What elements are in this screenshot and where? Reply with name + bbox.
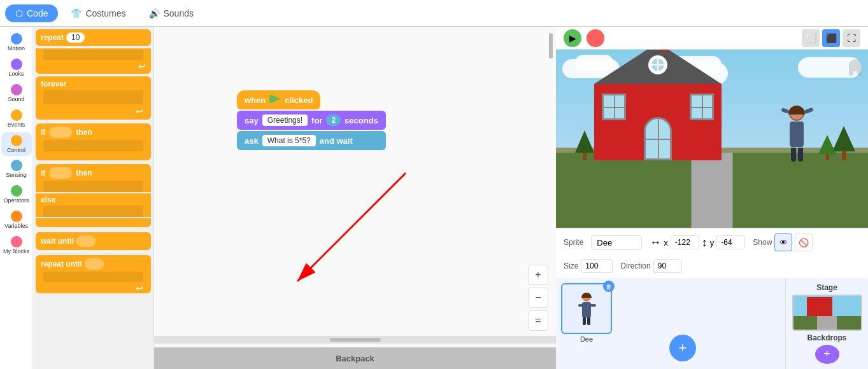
gable-window <box>648 55 667 74</box>
sprite-x-group: ↔ x ↕ y <box>650 235 745 249</box>
repeat-block[interactable]: repeat 10 <box>36 29 151 46</box>
add-backdrop-button[interactable]: + <box>815 345 839 364</box>
show-hidden-button[interactable]: 🚫 <box>795 233 813 251</box>
sidebar-item-events[interactable]: Events <box>1 107 32 131</box>
motion-dot <box>11 33 22 45</box>
then-label-2: then <box>76 169 92 178</box>
stage-controls: ▶ <box>564 29 604 47</box>
say-block[interactable]: say Greetings! for 2 seconds <box>237 111 386 130</box>
if-label: if <box>41 128 45 137</box>
operators-dot <box>11 185 22 197</box>
sound-label: Sound <box>8 97 24 103</box>
if-label-2: if <box>41 169 45 178</box>
zoom-out-button[interactable]: − <box>528 288 548 308</box>
red-stop-button[interactable] <box>587 29 604 47</box>
bottom-panels: 🗑 <box>556 278 868 369</box>
sprites-panel: 🗑 <box>556 278 785 369</box>
add-sprite-button[interactable]: + <box>669 335 696 361</box>
sidebar-item-sensing[interactable]: Sensing <box>1 157 32 181</box>
wait-until-label: wait until <box>41 237 74 246</box>
tab-costumes[interactable]: 👕 Costumes <box>60 4 136 22</box>
if-else-body <box>43 181 143 192</box>
if-block-1[interactable]: if then <box>36 123 151 160</box>
repeat-until-label: repeat until <box>41 260 82 268</box>
character-body <box>790 122 804 147</box>
say-value: Greetings! <box>262 115 308 126</box>
sidebar-item-myblocks[interactable]: My Blocks <box>1 233 32 258</box>
scroll-thumb <box>330 338 381 342</box>
tab-sounds[interactable]: 🔊 Sounds <box>139 4 204 22</box>
sidebar-item-looks[interactable]: Looks <box>1 56 32 80</box>
stage-thumbnail[interactable] <box>792 295 862 331</box>
green-flag-button[interactable]: ▶ <box>564 29 581 47</box>
if-footer-1 <box>41 153 146 160</box>
sidebar-item-motion[interactable]: Motion <box>1 31 32 55</box>
myblocks-label: My Blocks <box>3 249 29 255</box>
y-label: y <box>710 238 715 247</box>
house-body <box>594 84 722 160</box>
sidebar-item-sound[interactable]: Sound <box>1 81 32 106</box>
flag-icon <box>269 94 281 106</box>
variables-dot <box>11 211 22 222</box>
stage-panel: Stage Backdrops + <box>785 278 868 369</box>
operators-label: Operators <box>3 198 29 204</box>
if-else-block[interactable]: if then else <box>36 164 151 227</box>
character-hair <box>788 106 805 115</box>
sidebar-item-operators[interactable]: Operators <box>1 183 32 207</box>
wait-until-block[interactable]: wait until <box>36 232 151 250</box>
fullscreen-button[interactable]: ⛶ <box>843 29 860 47</box>
sidebar-item-control[interactable]: Control <box>1 132 32 157</box>
direction-group: Direction <box>620 259 681 273</box>
sprite-size-input[interactable] <box>581 259 613 273</box>
ask-label: ask <box>245 136 259 146</box>
sprite-direction-input[interactable] <box>653 259 682 273</box>
zoom-in-button[interactable]: + <box>528 265 548 285</box>
seconds-label: seconds <box>345 116 378 125</box>
blocks-panel: repeat 10 ↩ forever ↩ if then <box>33 27 154 369</box>
then-label-1: then <box>76 128 92 137</box>
motion-label: Motion <box>8 46 25 52</box>
sprite-y-input[interactable] <box>716 235 745 249</box>
small-stage-button[interactable]: ⬜ <box>802 29 820 47</box>
scroll-thumb-v <box>549 33 553 59</box>
tab-bar: ⬡ Code 👕 Costumes 🔊 Sounds <box>0 0 868 27</box>
clicked-label: clicked <box>285 95 313 105</box>
sprite-thumb-label: Dee <box>580 335 593 343</box>
sprite-x-input[interactable] <box>671 235 699 249</box>
sprite-name-input[interactable] <box>591 235 642 250</box>
chimney <box>660 50 669 51</box>
events-label: Events <box>8 122 25 129</box>
scroll-bar-horizontal[interactable] <box>154 336 556 344</box>
sidebar-item-variables[interactable]: Variables <box>1 208 32 232</box>
stage-header: ▶ ⬜ ⬛ ⛶ <box>556 27 868 50</box>
tab-code[interactable]: ⬡ Code <box>5 4 58 22</box>
forever-label: forever <box>41 80 146 88</box>
normal-stage-button[interactable]: ⬛ <box>822 29 840 47</box>
looks-dot <box>11 59 22 70</box>
zoom-reset-button[interactable]: = <box>528 310 548 331</box>
if-body-1 <box>43 140 143 151</box>
forever-block[interactable]: forever ↩ <box>36 76 151 120</box>
x-label: x <box>664 238 668 247</box>
when-flag-block[interactable]: when clicked <box>237 90 320 109</box>
size-label: Size <box>564 261 578 270</box>
character-legs <box>791 148 803 162</box>
for-label: for <box>311 116 322 125</box>
code-icon: ⬡ <box>15 8 23 18</box>
if-condition-slot-2 <box>49 167 72 179</box>
scroll-bar-vertical[interactable] <box>548 27 553 336</box>
events-dot <box>11 109 22 121</box>
sprite-thumb-dee[interactable]: 🗑 <box>561 283 612 334</box>
stage-view-buttons: ⬜ ⬛ ⛶ <box>802 29 860 47</box>
tree-right2 <box>818 135 836 160</box>
show-visible-button[interactable]: 👁 <box>774 233 792 251</box>
repeat-until-block[interactable]: repeat until ↩ <box>36 255 151 293</box>
sprite-delete-button[interactable]: 🗑 <box>603 281 615 292</box>
show-buttons: 👁 🚫 <box>774 233 813 251</box>
control-label: Control <box>7 148 25 154</box>
sensing-dot <box>11 160 22 171</box>
repeat-num: 10 <box>66 32 85 43</box>
when-label: when <box>245 95 266 105</box>
ask-block[interactable]: ask What is 5*5? and wait <box>237 131 386 150</box>
backpack-bar[interactable]: Backpack <box>154 347 556 369</box>
